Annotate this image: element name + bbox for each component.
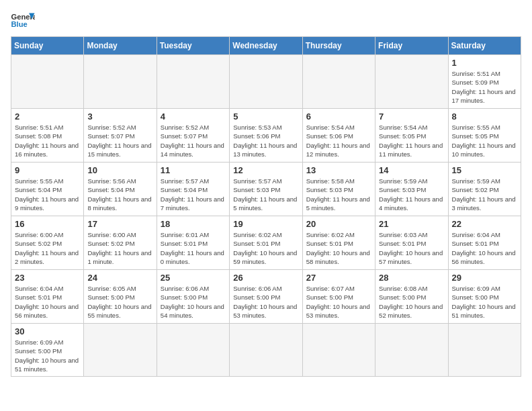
day-number: 25 bbox=[161, 273, 226, 283]
calendar-cell bbox=[84, 55, 157, 109]
calendar-cell: 30Sunrise: 6:09 AM Sunset: 5:00 PM Dayli… bbox=[11, 324, 84, 377]
day-info: Sunrise: 6:07 AM Sunset: 5:00 PM Dayligh… bbox=[306, 284, 371, 320]
calendar-table: SundayMondayTuesdayWednesdayThursdayFrid… bbox=[11, 36, 521, 377]
day-info: Sunrise: 5:59 AM Sunset: 5:03 PM Dayligh… bbox=[379, 177, 444, 212]
logo: General Blue bbox=[11, 11, 35, 30]
calendar-cell bbox=[375, 55, 448, 109]
day-number: 8 bbox=[452, 111, 517, 122]
calendar-cell: 20Sunrise: 6:02 AM Sunset: 5:01 PM Dayli… bbox=[302, 216, 375, 270]
logo-icon: General Blue bbox=[11, 11, 35, 30]
day-number: 6 bbox=[306, 111, 371, 122]
day-info: Sunrise: 5:57 AM Sunset: 5:03 PM Dayligh… bbox=[233, 177, 298, 212]
calendar-cell: 9Sunrise: 5:55 AM Sunset: 5:04 PM Daylig… bbox=[11, 163, 84, 216]
weekday-header-friday: Friday bbox=[375, 37, 448, 55]
calendar-cell: 15Sunrise: 5:59 AM Sunset: 5:02 PM Dayli… bbox=[448, 163, 521, 216]
day-info: Sunrise: 6:00 AM Sunset: 5:02 PM Dayligh… bbox=[15, 230, 80, 266]
day-number: 27 bbox=[306, 273, 371, 283]
day-info: Sunrise: 5:58 AM Sunset: 5:03 PM Dayligh… bbox=[306, 177, 371, 212]
calendar-cell: 6Sunrise: 5:54 AM Sunset: 5:06 PM Daylig… bbox=[302, 109, 375, 163]
calendar-cell bbox=[230, 324, 302, 377]
day-number: 18 bbox=[161, 219, 226, 229]
calendar-cell: 10Sunrise: 5:56 AM Sunset: 5:04 PM Dayli… bbox=[84, 163, 157, 216]
day-info: Sunrise: 6:02 AM Sunset: 5:01 PM Dayligh… bbox=[233, 230, 298, 266]
day-number: 29 bbox=[452, 273, 517, 283]
day-number: 16 bbox=[15, 219, 80, 229]
day-info: Sunrise: 6:08 AM Sunset: 5:00 PM Dayligh… bbox=[379, 284, 444, 320]
weekday-header-thursday: Thursday bbox=[302, 37, 375, 55]
calendar-cell: 8Sunrise: 5:55 AM Sunset: 5:05 PM Daylig… bbox=[448, 109, 521, 163]
day-info: Sunrise: 5:51 AM Sunset: 5:08 PM Dayligh… bbox=[15, 123, 80, 158]
day-number: 28 bbox=[379, 273, 444, 283]
calendar-cell: 14Sunrise: 5:59 AM Sunset: 5:03 PM Dayli… bbox=[375, 163, 448, 216]
weekday-header-tuesday: Tuesday bbox=[157, 37, 229, 55]
day-number: 23 bbox=[15, 273, 80, 283]
calendar-cell: 1Sunrise: 5:51 AM Sunset: 5:09 PM Daylig… bbox=[448, 55, 521, 109]
header: General Blue bbox=[11, 11, 521, 30]
calendar-cell: 26Sunrise: 6:06 AM Sunset: 5:00 PM Dayli… bbox=[230, 270, 302, 324]
calendar-cell: 3Sunrise: 5:52 AM Sunset: 5:07 PM Daylig… bbox=[84, 109, 157, 163]
day-number: 17 bbox=[87, 219, 152, 229]
calendar-week-6: 30Sunrise: 6:09 AM Sunset: 5:00 PM Dayli… bbox=[11, 324, 521, 377]
day-info: Sunrise: 6:03 AM Sunset: 5:01 PM Dayligh… bbox=[379, 230, 444, 266]
day-info: Sunrise: 6:00 AM Sunset: 5:02 PM Dayligh… bbox=[87, 230, 152, 266]
weekday-header-wednesday: Wednesday bbox=[230, 37, 302, 55]
day-number: 1 bbox=[452, 58, 517, 68]
day-number: 21 bbox=[379, 219, 444, 229]
calendar-cell: 21Sunrise: 6:03 AM Sunset: 5:01 PM Dayli… bbox=[375, 216, 448, 270]
calendar-cell bbox=[230, 55, 302, 109]
svg-text:Blue: Blue bbox=[11, 20, 28, 28]
day-info: Sunrise: 5:55 AM Sunset: 5:04 PM Dayligh… bbox=[15, 177, 80, 212]
calendar-cell bbox=[157, 55, 229, 109]
day-info: Sunrise: 6:09 AM Sunset: 5:00 PM Dayligh… bbox=[452, 284, 517, 320]
weekday-header-saturday: Saturday bbox=[448, 37, 521, 55]
calendar-cell: 19Sunrise: 6:02 AM Sunset: 5:01 PM Dayli… bbox=[230, 216, 302, 270]
day-number: 7 bbox=[379, 111, 444, 122]
day-info: Sunrise: 5:55 AM Sunset: 5:05 PM Dayligh… bbox=[452, 123, 517, 158]
day-number: 13 bbox=[306, 165, 371, 175]
calendar-cell: 17Sunrise: 6:00 AM Sunset: 5:02 PM Dayli… bbox=[84, 216, 157, 270]
calendar-cell: 4Sunrise: 5:52 AM Sunset: 5:07 PM Daylig… bbox=[157, 109, 229, 163]
day-info: Sunrise: 5:53 AM Sunset: 5:06 PM Dayligh… bbox=[233, 123, 298, 158]
day-info: Sunrise: 6:02 AM Sunset: 5:01 PM Dayligh… bbox=[306, 230, 371, 266]
day-number: 22 bbox=[452, 219, 517, 229]
calendar-cell: 29Sunrise: 6:09 AM Sunset: 5:00 PM Dayli… bbox=[448, 270, 521, 324]
day-info: Sunrise: 6:09 AM Sunset: 5:00 PM Dayligh… bbox=[15, 338, 80, 373]
calendar-cell: 12Sunrise: 5:57 AM Sunset: 5:03 PM Dayli… bbox=[230, 163, 302, 216]
day-info: Sunrise: 5:54 AM Sunset: 5:06 PM Dayligh… bbox=[306, 123, 371, 158]
day-info: Sunrise: 5:52 AM Sunset: 5:07 PM Dayligh… bbox=[161, 123, 226, 158]
calendar-week-3: 9Sunrise: 5:55 AM Sunset: 5:04 PM Daylig… bbox=[11, 163, 521, 216]
calendar-week-5: 23Sunrise: 6:04 AM Sunset: 5:01 PM Dayli… bbox=[11, 270, 521, 324]
day-info: Sunrise: 6:04 AM Sunset: 5:01 PM Dayligh… bbox=[15, 284, 80, 320]
day-info: Sunrise: 5:51 AM Sunset: 5:09 PM Dayligh… bbox=[452, 69, 517, 105]
day-number: 5 bbox=[233, 111, 298, 122]
calendar-cell: 28Sunrise: 6:08 AM Sunset: 5:00 PM Dayli… bbox=[375, 270, 448, 324]
calendar-cell: 16Sunrise: 6:00 AM Sunset: 5:02 PM Dayli… bbox=[11, 216, 84, 270]
calendar-week-1: 1Sunrise: 5:51 AM Sunset: 5:09 PM Daylig… bbox=[11, 55, 521, 109]
day-info: Sunrise: 6:05 AM Sunset: 5:00 PM Dayligh… bbox=[87, 284, 152, 320]
day-info: Sunrise: 5:56 AM Sunset: 5:04 PM Dayligh… bbox=[87, 177, 152, 212]
day-number: 15 bbox=[452, 165, 517, 175]
calendar-cell: 5Sunrise: 5:53 AM Sunset: 5:06 PM Daylig… bbox=[230, 109, 302, 163]
day-number: 20 bbox=[306, 219, 371, 229]
calendar-cell: 27Sunrise: 6:07 AM Sunset: 5:00 PM Dayli… bbox=[302, 270, 375, 324]
day-number: 12 bbox=[233, 165, 298, 175]
day-number: 4 bbox=[161, 111, 226, 122]
calendar-week-2: 2Sunrise: 5:51 AM Sunset: 5:08 PM Daylig… bbox=[11, 109, 521, 163]
day-info: Sunrise: 6:01 AM Sunset: 5:01 PM Dayligh… bbox=[161, 230, 226, 266]
calendar-cell: 2Sunrise: 5:51 AM Sunset: 5:08 PM Daylig… bbox=[11, 109, 84, 163]
day-info: Sunrise: 5:52 AM Sunset: 5:07 PM Dayligh… bbox=[87, 123, 152, 158]
day-number: 26 bbox=[233, 273, 298, 283]
day-number: 10 bbox=[87, 165, 152, 175]
calendar-cell: 18Sunrise: 6:01 AM Sunset: 5:01 PM Dayli… bbox=[157, 216, 229, 270]
day-number: 11 bbox=[161, 165, 226, 175]
calendar-cell: 11Sunrise: 5:57 AM Sunset: 5:04 PM Dayli… bbox=[157, 163, 229, 216]
calendar-week-4: 16Sunrise: 6:00 AM Sunset: 5:02 PM Dayli… bbox=[11, 216, 521, 270]
day-number: 3 bbox=[87, 111, 152, 122]
day-info: Sunrise: 5:54 AM Sunset: 5:05 PM Dayligh… bbox=[379, 123, 444, 158]
weekday-header-monday: Monday bbox=[84, 37, 157, 55]
calendar-cell bbox=[375, 324, 448, 377]
calendar-cell bbox=[302, 55, 375, 109]
day-info: Sunrise: 6:06 AM Sunset: 5:00 PM Dayligh… bbox=[161, 284, 226, 320]
calendar-cell bbox=[302, 324, 375, 377]
day-number: 2 bbox=[15, 111, 80, 122]
